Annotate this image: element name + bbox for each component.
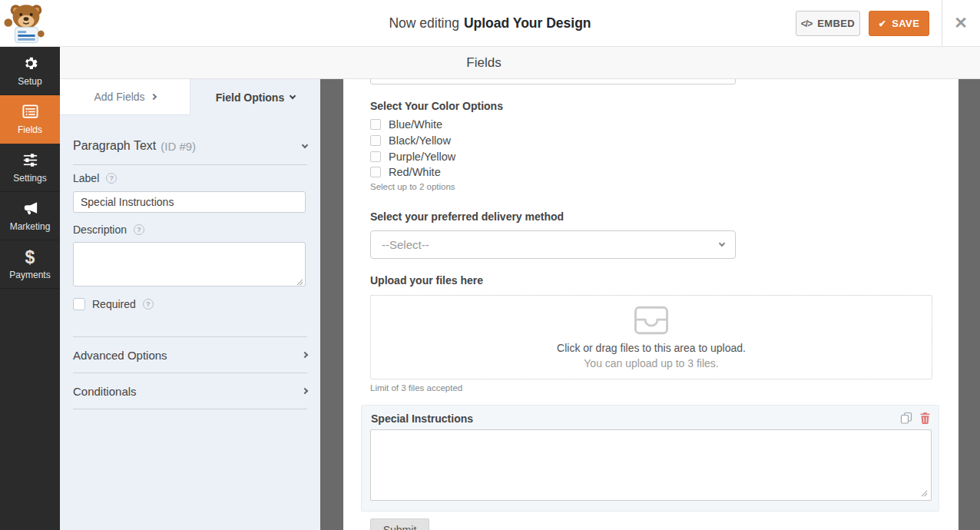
- chevron-right-icon: [150, 94, 156, 100]
- field-options-panel: Add Fields Field Options Paragraph Text …: [60, 79, 320, 530]
- save-button-label: SAVE: [892, 18, 919, 29]
- checkbox[interactable]: [370, 167, 381, 177]
- panel-title: Fields: [466, 47, 501, 79]
- gear-icon: [22, 55, 39, 72]
- now-editing-prefix: Now editing: [389, 15, 459, 31]
- label-input[interactable]: [73, 191, 306, 213]
- chevron-down-icon: [302, 141, 308, 147]
- label-field-label: Label: [73, 172, 99, 184]
- chevron-right-icon: [302, 352, 308, 358]
- wpforms-builder: Now editing Upload Your Design </> EMBED…: [0, 0, 980, 530]
- sidebar-item-setup[interactable]: Setup: [0, 47, 60, 95]
- description-field-row: Description ?: [73, 224, 307, 236]
- form-title: Upload Your Design: [464, 15, 591, 31]
- checkbox-option-label: Purple/Yellow: [389, 151, 455, 163]
- close-builder-button[interactable]: ✕: [947, 9, 975, 37]
- selected-field-special-instructions[interactable]: Special Instructions: [361, 405, 939, 512]
- close-icon: ✕: [954, 14, 968, 32]
- file-dropzone[interactable]: Click or drag files to this area to uplo…: [370, 295, 932, 379]
- checkbox-option-label: Red/White: [389, 166, 441, 178]
- sidebar-item-fields[interactable]: Fields: [0, 95, 60, 144]
- sidebar-item-marketing[interactable]: Marketing: [0, 192, 60, 240]
- help-icon[interactable]: ?: [106, 173, 117, 184]
- checkbox-option: Black/Yellow: [370, 134, 451, 147]
- megaphone-icon: [22, 200, 39, 217]
- label-field-row: Label ?: [73, 172, 307, 184]
- delivery-method-select[interactable]: --Select--: [370, 230, 736, 259]
- color-options-hint: Select up to 2 options: [370, 182, 455, 191]
- form-preview-area: Select Your Color Options Blue/White Bla…: [320, 79, 980, 530]
- checkbox-option-label: Blue/White: [389, 118, 442, 131]
- conditionals-section[interactable]: Conditionals: [73, 381, 307, 401]
- description-textarea[interactable]: [73, 242, 306, 287]
- save-button[interactable]: ✔ SAVE: [869, 11, 929, 36]
- checkbox-option: Blue/White: [370, 118, 442, 131]
- sliders-icon: [22, 151, 39, 169]
- divider: [73, 373, 307, 373]
- code-icon: </>: [801, 18, 812, 29]
- check-icon: ✔: [879, 18, 886, 29]
- partial-text-input[interactable]: [370, 79, 736, 84]
- tab-field-options-label: Field Options: [216, 91, 284, 104]
- conditionals-label: Conditionals: [73, 385, 137, 398]
- form-preview-sheet: Select Your Color Options Blue/White Bla…: [343, 79, 958, 530]
- panel-header-bar: Fields: [60, 47, 980, 79]
- chevron-down-icon: [290, 93, 296, 99]
- tab-field-options[interactable]: Field Options: [190, 79, 320, 115]
- form-icon: [22, 103, 39, 121]
- field-type-title: Paragraph Text: [73, 139, 156, 153]
- dropzone-title: Click or drag files to this area to uplo…: [557, 342, 746, 354]
- divider: [73, 164, 307, 165]
- sidebar-item-label: Settings: [13, 173, 46, 184]
- color-options-label: Select Your Color Options: [370, 100, 503, 112]
- tab-add-fields[interactable]: Add Fields: [60, 79, 190, 115]
- embed-button-label: EMBED: [817, 18, 855, 29]
- help-icon[interactable]: ?: [143, 299, 154, 310]
- field-action-icons: [900, 412, 931, 424]
- panel-tabs: Add Fields Field Options: [60, 79, 320, 115]
- required-label: Required: [92, 298, 136, 310]
- advanced-options-section[interactable]: Advanced Options: [73, 345, 307, 365]
- upload-limit-hint: Limit of 3 files accepted: [370, 383, 462, 393]
- upload-tray-icon: [634, 306, 669, 335]
- advanced-options-label: Advanced Options: [73, 349, 167, 362]
- checkbox-option: Purple/Yellow: [370, 151, 455, 163]
- divider: [73, 336, 307, 337]
- top-bar: Now editing Upload Your Design </> EMBED…: [0, 0, 980, 47]
- special-instructions-textarea[interactable]: [370, 429, 932, 501]
- chevron-down-icon: [719, 240, 725, 247]
- description-field-label: Description: [73, 224, 127, 236]
- delivery-method-label: Select your preferred delivery method: [370, 210, 564, 223]
- field-id-badge: (ID #9): [161, 140, 196, 153]
- checkbox[interactable]: [370, 135, 381, 146]
- delete-field-icon[interactable]: [919, 412, 931, 424]
- submit-button[interactable]: Submit: [370, 518, 429, 530]
- sidebar-item-label: Fields: [18, 124, 42, 135]
- required-row: Required ?: [73, 298, 307, 310]
- sidebar-item-payments[interactable]: $ Payments: [0, 240, 60, 289]
- checkbox[interactable]: [370, 119, 381, 130]
- field-section-header[interactable]: Paragraph Text (ID #9): [73, 136, 307, 156]
- special-instructions-label: Special Instructions: [371, 412, 473, 425]
- checkbox[interactable]: [370, 151, 381, 162]
- submit-button-label: Submit: [383, 524, 417, 530]
- help-icon[interactable]: ?: [134, 224, 144, 235]
- duplicate-field-icon[interactable]: [900, 412, 912, 424]
- checkbox-option: Red/White: [370, 166, 441, 178]
- dollar-icon: $: [25, 249, 35, 266]
- sidebar-item-settings[interactable]: Settings: [0, 144, 60, 192]
- sidebar-item-label: Marketing: [10, 221, 51, 232]
- upload-files-label: Upload your files here: [370, 274, 483, 287]
- sidebar-item-label: Payments: [9, 270, 50, 280]
- embed-button[interactable]: </> EMBED: [796, 11, 860, 36]
- divider: [73, 409, 307, 409]
- sidebar-item-label: Setup: [18, 76, 41, 87]
- required-checkbox[interactable]: [73, 298, 85, 310]
- chevron-right-icon: [302, 388, 308, 394]
- checkbox-option-label: Black/Yellow: [389, 134, 451, 147]
- topbar-divider: [942, 0, 942, 47]
- dropzone-subtitle: You can upload up to 3 files.: [584, 357, 718, 369]
- tab-add-fields-label: Add Fields: [94, 91, 144, 103]
- select-value: --Select--: [382, 238, 429, 251]
- builder-sidebar: Setup Fields Settings: [0, 47, 60, 530]
